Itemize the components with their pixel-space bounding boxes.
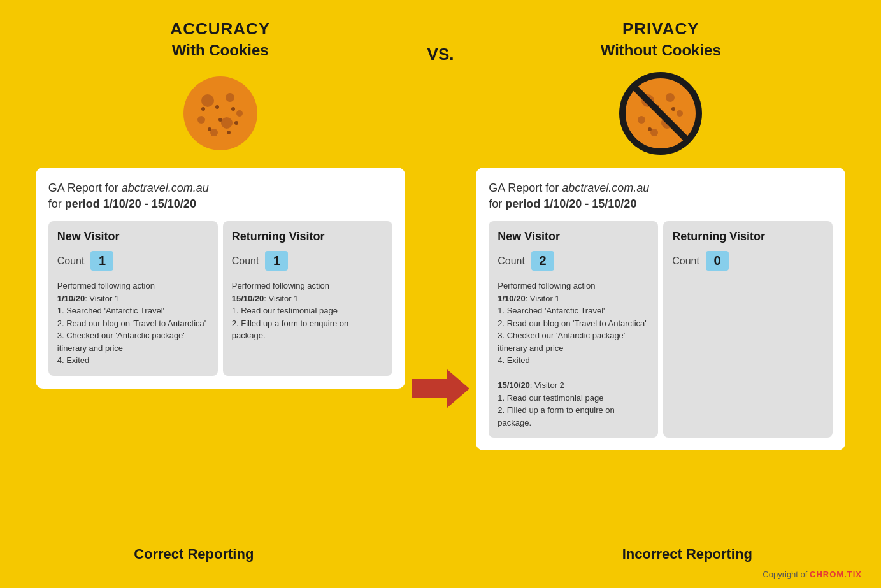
ga-period-left: period 1/10/20 - 15/10/20 <box>65 197 196 210</box>
ga-for-left: for <box>48 197 65 210</box>
visitor-columns-left: New Visitor Count 1 Performed following … <box>48 221 392 376</box>
count-label-returning-right: Count <box>672 255 699 267</box>
new-visitor-title-left: New Visitor <box>57 230 209 243</box>
incorrect-reporting-label: Incorrect Reporting <box>622 546 752 563</box>
ga-report-card-left: GA Report for abctravel.com.au for perio… <box>36 168 405 389</box>
brand-part2: TIX <box>847 570 862 579</box>
new-visitor-title-right: New Visitor <box>498 230 649 243</box>
ga-report-card-right: GA Report for abctravel.com.au for perio… <box>476 168 845 450</box>
svg-point-7 <box>215 105 219 109</box>
correct-reporting-label: Correct Reporting <box>134 546 254 563</box>
action-visitor-new-left: : Visitor 1 <box>85 294 119 303</box>
count-label-new-left: Count <box>57 255 85 267</box>
count-value-returning-right: 0 <box>706 251 729 271</box>
brand-name: CHROM.TIX <box>810 570 862 579</box>
action-text-returning-left: Performed following action 15/10/20: Vis… <box>232 280 383 342</box>
copyright: Copyright of CHROM.TIX <box>763 570 862 579</box>
ga-domain-left: abctravel.com.au <box>122 182 209 194</box>
svg-point-1 <box>201 94 214 107</box>
arrow-container <box>412 369 469 410</box>
action-date2-right: 15/10/20 <box>498 380 530 390</box>
count-label-returning-left: Count <box>232 255 259 267</box>
action-date-new-left: 1/10/20 <box>57 294 85 303</box>
svg-point-4 <box>221 117 233 129</box>
vs-label: VS. <box>427 45 454 64</box>
ga-domain-right: abctravel.com.au <box>562 182 649 194</box>
with-cookies-label: With Cookies <box>172 41 269 59</box>
without-cookies-label: Without Cookies <box>601 41 721 59</box>
action-text-new-right: Performed following action 1/10/20: Visi… <box>498 280 649 429</box>
count-row-new-left: Count 1 <box>57 251 209 271</box>
svg-point-10 <box>227 131 231 134</box>
left-side: ACCURACY With Cookies <box>0 0 441 588</box>
svg-point-22 <box>671 107 675 111</box>
returning-visitor-title-right: Returning Visitor <box>672 230 824 243</box>
count-value-returning-left: 1 <box>265 251 288 271</box>
brand-part1: CHROM <box>810 570 844 579</box>
count-row-returning-right: Count 0 <box>672 251 824 271</box>
svg-point-3 <box>197 116 205 124</box>
svg-point-13 <box>218 118 222 122</box>
returning-visitor-title-left: Returning Visitor <box>232 230 383 243</box>
action-header-new-right: Performed following action <box>498 281 595 290</box>
right-side: PRIVACY Without Cookies <box>441 0 882 588</box>
svg-point-9 <box>208 127 211 131</box>
returning-visitor-col-left: Returning Visitor Count 1 Performed foll… <box>223 221 392 376</box>
svg-point-11 <box>234 121 238 125</box>
count-row-returning-left: Count 1 <box>232 251 383 271</box>
count-value-new-right: 2 <box>531 251 554 271</box>
no-cookie-icon <box>619 72 702 155</box>
action-date-new-right: 1/10/20 <box>498 294 525 303</box>
main-container: ACCURACY With Cookies <box>0 0 881 588</box>
visitor-columns-right: New Visitor Count 2 Performed following … <box>489 221 833 438</box>
action-visitor-new-right: : Visitor 1 <box>526 294 560 303</box>
svg-marker-26 <box>412 369 469 408</box>
ga-period-right: period 1/10/20 - 15/10/20 <box>505 197 636 210</box>
ga-report-header-right: GA Report for abctravel.com.au for perio… <box>489 180 833 212</box>
cookie-icon <box>179 72 262 155</box>
svg-point-2 <box>226 93 234 102</box>
svg-point-8 <box>231 107 235 111</box>
accuracy-title: ACCURACY <box>170 19 270 39</box>
right-arrow-icon <box>412 369 469 408</box>
new-visitor-col-right: New Visitor Count 2 Performed following … <box>489 221 658 438</box>
svg-point-6 <box>236 110 243 117</box>
ga-intro-right: GA Report for <box>489 182 562 194</box>
svg-point-23 <box>648 127 652 131</box>
privacy-title: PRIVACY <box>622 19 699 39</box>
action-visitor-returning-left: : Visitor 1 <box>264 294 298 303</box>
svg-point-16 <box>666 93 675 102</box>
svg-point-20 <box>677 110 683 117</box>
action-header-new-left: Performed following action <box>57 281 155 290</box>
new-visitor-col-left: New Visitor Count 1 Performed following … <box>48 221 218 376</box>
action-visitor2-right: : Visitor 2 <box>530 380 564 390</box>
svg-point-0 <box>183 76 257 150</box>
ga-intro-left: GA Report for <box>48 182 122 194</box>
count-value-new-left: 1 <box>90 251 113 271</box>
ga-report-header-left: GA Report for abctravel.com.au for perio… <box>48 180 392 212</box>
returning-visitor-col-right: Returning Visitor Count 0 <box>663 221 833 438</box>
action-date-returning-left: 15/10/20 <box>232 294 264 303</box>
action-text-new-left: Performed following action 1/10/20: Visi… <box>57 280 209 367</box>
ga-for-right: for <box>489 197 505 210</box>
copyright-text: Copyright of <box>763 570 810 579</box>
svg-point-12 <box>201 107 205 111</box>
action-header-returning-left: Performed following action <box>232 281 329 290</box>
svg-point-17 <box>638 116 645 124</box>
count-row-new-right: Count 2 <box>498 251 649 271</box>
count-label-new-right: Count <box>498 255 525 267</box>
